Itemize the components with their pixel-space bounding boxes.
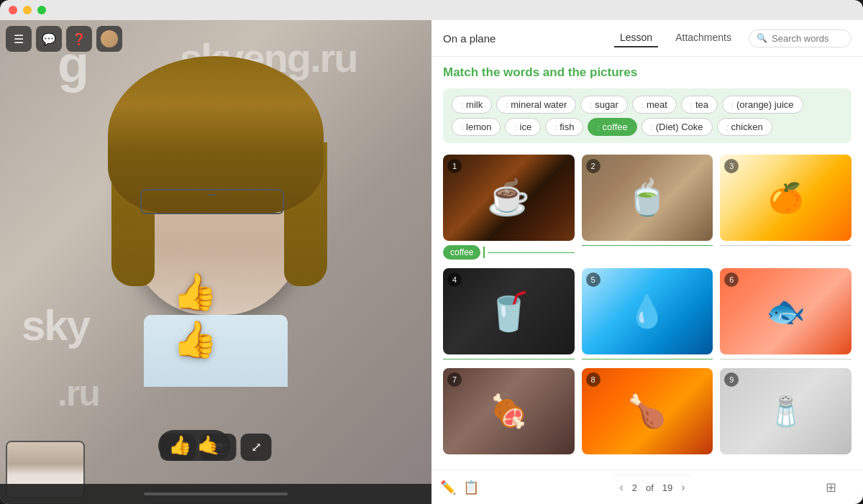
image-card-8: 8 [582, 368, 713, 454]
chip-mineral-water[interactable]: mineral water [496, 96, 576, 114]
chip-meat[interactable]: meat [632, 96, 677, 114]
bottom-tools: ✏️ 📋 [440, 480, 479, 495]
emoji-1: 👍 [173, 271, 217, 313]
avatar-button[interactable] [96, 26, 122, 52]
answer-line-4 [443, 359, 575, 359]
search-box[interactable]: 🔍 [749, 29, 851, 47]
bottom-bar [0, 484, 432, 504]
answer-line-1 [488, 252, 574, 253]
chip-orange-juice[interactable]: (orange) juice [722, 96, 803, 114]
next-page-button[interactable]: › [681, 481, 685, 494]
answer-line-3 [720, 245, 851, 246]
image-card-9: 9 [720, 368, 851, 454]
image-card-6: 6 [720, 268, 851, 361]
expand-button[interactable]: ⤢ [241, 434, 272, 461]
chip-fish[interactable]: fish [545, 118, 583, 136]
bottom-line [144, 492, 288, 495]
image-grid: 1 coffee 2 [443, 155, 851, 454]
img-food9 [720, 368, 851, 454]
minimize-button[interactable] [23, 6, 32, 14]
img-number-1: 1 [447, 159, 462, 173]
cursor-1 [483, 247, 485, 258]
img-coffee [443, 155, 575, 241]
pagination: ‹ 2 of 19 › [613, 475, 690, 500]
reaction-thumbs[interactable]: 👍 [168, 434, 191, 457]
chip-ice[interactable]: ice [505, 118, 541, 136]
bg-watermark-5: .ru [58, 372, 99, 414]
answer-area-1: coffee [443, 244, 575, 261]
emoji-2: 👍 [173, 319, 217, 360]
bg-watermark-3: sky [22, 301, 89, 350]
img-tea [582, 155, 713, 241]
glasses [140, 189, 284, 214]
chat-button[interactable]: 💬 [36, 26, 62, 52]
right-bottom-bar: ✏️ 📋 ‹ 2 of 19 › ⊞ [432, 469, 863, 504]
image-card-1: 1 coffee [443, 155, 575, 261]
answer-area-3 [720, 244, 851, 247]
img-water [582, 268, 713, 354]
img-number-4: 4 [447, 272, 462, 287]
right-panel: On a plane Lesson Attachments 🔍 Match th… [432, 20, 863, 504]
search-input[interactable] [772, 33, 844, 44]
tab-attachments[interactable]: Attachments [670, 29, 737, 47]
image-card-7: 7 [443, 368, 575, 454]
spacer: ⊞ [826, 480, 854, 495]
page-current: 2 [632, 482, 637, 493]
reaction-call[interactable]: 🤙 [197, 434, 220, 457]
search-icon: 🔍 [757, 33, 767, 43]
right-header: On a plane Lesson Attachments 🔍 [432, 20, 863, 57]
image-card-2: 2 [582, 155, 713, 261]
answer-area-6 [720, 357, 851, 361]
page-total: 19 [662, 482, 672, 493]
answer-line-2 [582, 245, 713, 246]
title-bar [0, 0, 863, 20]
answer-area-5 [582, 357, 713, 361]
lesson-title: On a plane [443, 32, 496, 45]
help-button[interactable]: ❓ [66, 26, 92, 52]
answer-chip-1: coffee [443, 245, 480, 260]
content-area: Match the words and the pictures milk mi… [432, 57, 863, 469]
prev-page-button[interactable]: ‹ [619, 481, 623, 494]
main-content: g skyeng.ru sky eng .ru ☰ 💬 ❓ 👍 👍 [0, 20, 863, 504]
img-food8 [582, 368, 713, 454]
img-salmon [720, 268, 851, 354]
page-of-label: of [646, 482, 654, 493]
image-card-4: 4 [443, 268, 575, 361]
answer-area-2 [582, 244, 713, 247]
answer-line-5 [582, 359, 713, 359]
reaction-bar: 👍 🤙 [158, 430, 230, 461]
close-button[interactable] [9, 6, 17, 14]
emoji-area: 👍 👍 [173, 271, 217, 360]
chip-sugar[interactable]: sugar [580, 96, 628, 114]
instruction: Match the words and the pictures [443, 65, 851, 80]
img-juice [720, 155, 851, 241]
pencil-icon[interactable]: ✏️ [440, 480, 456, 495]
video-toolbar: ☰ 💬 ❓ [6, 26, 122, 52]
image-card-5: 5 [582, 268, 713, 361]
img-food7 [443, 368, 575, 454]
image-card-3: 3 [720, 155, 851, 261]
img-number-7: 7 [447, 372, 462, 387]
chip-tea[interactable]: tea [681, 96, 718, 114]
sidebar-icon[interactable]: ⊞ [826, 480, 836, 495]
img-number-8: 8 [586, 372, 601, 387]
chip-chicken[interactable]: chicken [717, 118, 772, 136]
maximize-button[interactable] [37, 6, 46, 14]
copy-icon[interactable]: 📋 [463, 480, 479, 495]
answer-area-4 [443, 357, 575, 361]
menu-button[interactable]: ☰ [6, 26, 32, 52]
tab-lesson[interactable]: Lesson [614, 29, 658, 47]
img-coke [443, 268, 575, 354]
chip-diet-coke[interactable]: (Diet) Coke [641, 118, 713, 136]
answer-line-6 [720, 359, 851, 359]
video-panel: g skyeng.ru sky eng .ru ☰ 💬 ❓ 👍 👍 [0, 20, 432, 504]
img-number-2: 2 [586, 159, 601, 173]
chip-coffee[interactable]: coffee [588, 118, 636, 136]
chip-lemon[interactable]: lemon [452, 118, 501, 136]
img-number-5: 5 [586, 272, 601, 287]
word-chips-area: milk mineral water sugar meat tea (orang… [443, 88, 851, 143]
chip-milk[interactable]: milk [452, 96, 492, 114]
